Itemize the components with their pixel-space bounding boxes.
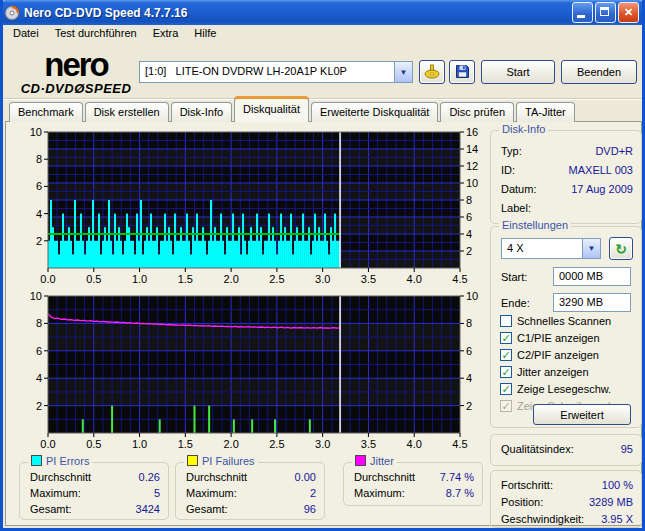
advanced-button-label: Erweitert <box>560 409 603 421</box>
cddvdspeed-logo-text: CD·DVDØSPEED <box>15 82 137 95</box>
menu-item[interactable]: Test durchführen <box>47 24 145 42</box>
menu-item[interactable]: Hilfe <box>186 24 224 42</box>
stats-row: Durchschnitt7.74 % <box>354 471 474 483</box>
stats-row-label: Gesamt: <box>30 503 72 515</box>
svg-text:4: 4 <box>36 372 42 384</box>
svg-text:0.5: 0.5 <box>86 438 101 450</box>
svg-text:8: 8 <box>466 317 472 329</box>
tab-disk-info[interactable]: Disk-Info <box>171 102 232 122</box>
checkbox-box[interactable]: ✓ <box>500 349 512 361</box>
quit-button-label: Beenden <box>577 66 621 78</box>
menu-item[interactable]: Datei <box>5 24 47 42</box>
disk-info-row-value: MAXELL 003 <box>569 164 633 176</box>
svg-text:10: 10 <box>466 177 478 189</box>
stats-row-value: 2 <box>310 487 316 499</box>
disk-info-row-label: Typ: <box>501 145 549 157</box>
checkbox-box[interactable]: ✓ <box>500 383 512 395</box>
checkbox-jitter-anzeigen[interactable]: ✓Jitter anzeigen <box>500 366 589 378</box>
stats-row: Gesamt:3424 <box>30 503 160 515</box>
legend-color-swatch <box>355 455 366 466</box>
svg-text:2: 2 <box>466 400 472 412</box>
checkbox-c1-pie-anzeigen[interactable]: ✓C1/PIE anzeigen <box>500 332 600 344</box>
stats-row: Maximum:8.7 % <box>354 487 474 499</box>
svg-text:4.0: 4.0 <box>407 273 422 285</box>
checkbox-box[interactable]: ✓ <box>500 332 512 344</box>
svg-text:4.5: 4.5 <box>452 273 467 285</box>
svg-text:0.5: 0.5 <box>86 273 101 285</box>
advanced-button[interactable]: Erweitert <box>533 404 631 425</box>
progress-group: Fortschritt:100 %Position:3289 MBGeschwi… <box>490 470 642 528</box>
chevron-down-icon[interactable]: ▼ <box>394 62 412 82</box>
start-button[interactable]: Start <box>481 60 555 84</box>
svg-text:3.5: 3.5 <box>361 273 376 285</box>
settings-group: Einstellungen 4 X ▼ ↻ Start: 0000 MB End… <box>490 226 642 428</box>
svg-text:10: 10 <box>30 290 42 302</box>
tab-disc-pr-fen[interactable]: Disc prüfen <box>440 102 514 122</box>
close-button[interactable]: ✕ <box>618 2 639 23</box>
quality-index-group: Qualitätsindex: 95 <box>490 434 642 466</box>
tab-diskqualit-t[interactable]: Diskqualität <box>234 96 309 122</box>
tab-erweiterte-diskqualit-t[interactable]: Erweiterte Diskqualität <box>311 102 438 122</box>
stats-panel-title-text: PI Failures <box>202 455 255 467</box>
maximize-button[interactable] <box>595 2 616 23</box>
tab-disk-erstellen[interactable]: Disk erstellen <box>85 102 169 122</box>
checkbox-c2-pif-anzeigen[interactable]: ✓C2/PIF anzeigen <box>500 349 599 361</box>
save-icon <box>455 64 470 81</box>
refresh-button[interactable]: ↻ <box>609 237 633 260</box>
checkbox-schnelles-scannen[interactable]: Schnelles Scannen <box>500 315 611 327</box>
svg-text:3.5: 3.5 <box>361 438 376 450</box>
svg-text:2.5: 2.5 <box>269 438 284 450</box>
progress-row-label: Geschwindigkeit: <box>501 513 584 525</box>
chevron-down-icon[interactable]: ▼ <box>582 239 600 258</box>
stats-panel-title: Jitter <box>352 455 397 467</box>
stats-row-value: 0.00 <box>295 471 316 483</box>
svg-text:6: 6 <box>36 180 42 192</box>
speed-select[interactable]: 4 X ▼ <box>501 238 601 259</box>
checkbox-label: C2/PIF anzeigen <box>517 349 599 361</box>
disk-info-row-label: Datum: <box>501 183 549 195</box>
stats-row: Durchschnitt0.00 <box>186 471 316 483</box>
svg-text:16: 16 <box>466 126 478 138</box>
drive-select[interactable]: [1:0] LITE-ON DVDRW LH-20A1P KL0P ▼ <box>139 61 413 83</box>
tab-ta-jitter[interactable]: TA-Jitter <box>516 102 575 122</box>
disk-info-row-label: ID: <box>501 164 549 176</box>
svg-text:2.0: 2.0 <box>223 438 238 450</box>
svg-text:10: 10 <box>466 290 478 302</box>
disk-info-row: Typ:DVD+R <box>501 145 633 157</box>
svg-text:6: 6 <box>466 211 472 223</box>
stats-row: Maximum:2 <box>186 487 316 499</box>
eject-button[interactable] <box>419 60 445 84</box>
svg-text:8: 8 <box>466 194 472 206</box>
progress-row-value: 3289 MB <box>589 496 633 508</box>
stats-row: Gesamt:96 <box>186 503 316 515</box>
start-mb-field[interactable]: 0000 MB <box>553 267 631 286</box>
pi-errors-chart: 2468102468101214160.00.51.01.52.02.53.03… <box>11 126 481 288</box>
svg-text:2: 2 <box>36 400 42 412</box>
menu-item[interactable]: Extra <box>145 24 187 42</box>
stats-row: Maximum:5 <box>30 487 160 499</box>
checkbox-label: Schnelles Scannen <box>517 315 611 327</box>
tab-benchmark[interactable]: Benchmark <box>9 102 83 122</box>
svg-text:0.0: 0.0 <box>40 438 55 450</box>
checkbox-box[interactable] <box>500 315 512 327</box>
minimize-button[interactable] <box>572 2 593 23</box>
stats-row-label: Gesamt: <box>186 503 228 515</box>
stats-panel-title-text: Jitter <box>370 455 394 467</box>
svg-text:1.0: 1.0 <box>132 438 147 450</box>
stats-row-label: Durchschnitt <box>186 471 247 483</box>
checkbox-box[interactable]: ✓ <box>500 366 512 378</box>
quit-button[interactable]: Beenden <box>561 60 637 84</box>
svg-text:8: 8 <box>36 317 42 329</box>
end-mb-field[interactable]: 3290 MB <box>553 293 631 312</box>
checkbox-label: Zeige Lesegeschw. <box>517 383 611 395</box>
svg-text:10: 10 <box>30 126 42 138</box>
stats-panel-pi-errors: PI ErrorsDurchschnitt0.26Maximum:5Gesamt… <box>19 462 169 520</box>
svg-text:2: 2 <box>36 235 42 247</box>
svg-text:6: 6 <box>466 345 472 357</box>
nero-logo: nero CD·DVDØSPEED <box>15 48 137 95</box>
save-button[interactable] <box>449 60 475 84</box>
checkbox-zeige-lesegeschw-[interactable]: ✓Zeige Lesegeschw. <box>500 383 611 395</box>
app-icon <box>4 5 20 21</box>
stats-panel-pi-failures: PI FailuresDurchschnitt0.00Maximum:2Gesa… <box>175 462 325 520</box>
progress-row-value: 100 % <box>602 479 633 491</box>
